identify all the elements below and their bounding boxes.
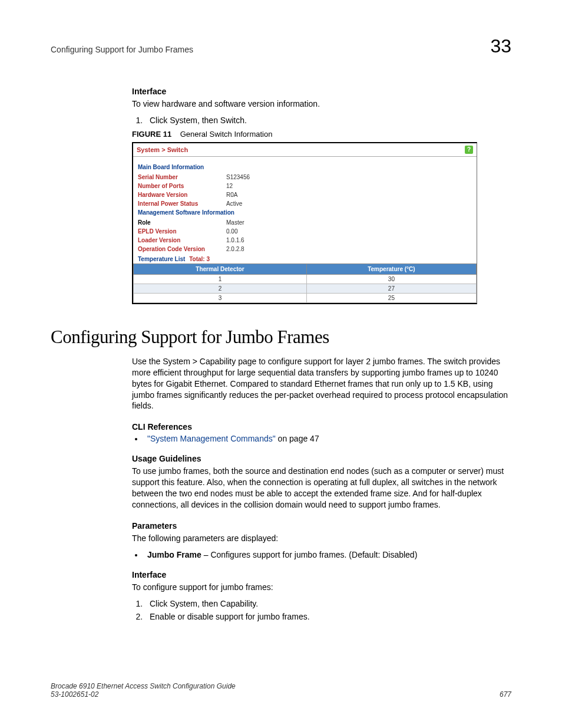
temperature-table: Thermal Detector Temperature (°C) 1 30 2…	[133, 263, 477, 303]
figure-caption: General Switch Information	[180, 130, 273, 139]
interface-text-2: To configure support for jumbo frames:	[132, 582, 511, 593]
temp-list-label: Temperature List	[138, 256, 185, 262]
table-row: 1 30	[134, 274, 477, 284]
value-role: Master	[226, 219, 244, 226]
cell-temp-3: 25	[306, 293, 476, 302]
usage-text: To use jumbo frames, both the source and…	[132, 466, 511, 510]
figure-label: FIGURE 11 General Switch Information	[132, 130, 511, 139]
footer: Brocade 6910 Ethernet Access Switch Conf…	[51, 682, 511, 699]
label-serial-number: Serial Number	[138, 174, 226, 180]
row-num-ports: Number of Ports 12	[138, 183, 472, 189]
temp-list-line: Temperature List Total: 3	[138, 256, 472, 262]
help-icon[interactable]: ?	[465, 146, 473, 154]
cli-list: "System Management Commands" on page 47	[132, 434, 511, 443]
row-epld: EPLD Version 0.00	[138, 228, 472, 235]
section-heading-jumbo: Configuring Support for Jumbo Frames	[51, 327, 511, 348]
label-loader: Loader Version	[138, 237, 226, 243]
label-role: Role	[138, 219, 226, 226]
cell-detector-1: 1	[134, 274, 307, 284]
cell-temp-2: 27	[306, 284, 476, 293]
cli-item: "System Management Commands" on page 47	[144, 434, 511, 443]
row-role: Role Master	[138, 219, 472, 226]
step-list-2: Click System, then Capability. Enable or…	[132, 599, 511, 621]
footer-doc-number: 53-1002651-02	[51, 690, 236, 699]
param-name: Jumbo Frame	[147, 550, 201, 559]
cell-temp-1: 30	[306, 274, 476, 284]
th-temperature: Temperature (°C)	[306, 263, 476, 274]
cli-link-suffix: on page 47	[276, 434, 319, 443]
figure-general-switch-info: System > Switch ? Main Board Information…	[132, 142, 477, 304]
figure-number: FIGURE 11	[132, 130, 171, 139]
params-heading: Parameters	[132, 521, 511, 531]
cell-detector-2: 2	[134, 284, 307, 293]
value-epld: 0.00	[226, 228, 237, 235]
table-row: 3 25	[134, 293, 477, 302]
temp-total: Total: 3	[189, 256, 210, 262]
footer-left: Brocade 6910 Ethernet Access Switch Conf…	[51, 682, 236, 699]
th-thermal-detector: Thermal Detector	[134, 263, 307, 274]
value-num-ports: 12	[226, 183, 233, 189]
step-2-2: Enable or disable support for jumbo fram…	[145, 612, 511, 621]
usage-heading: Usage Guidelines	[132, 454, 511, 463]
running-header: Configuring Support for Jumbo Frames 33	[51, 35, 511, 57]
row-hw-version: Hardware Version R0A	[138, 192, 472, 198]
mgmt-title: Management Software Information	[138, 209, 472, 216]
running-title: Configuring Support for Jumbo Frames	[51, 45, 193, 54]
row-power-status: Internal Power Status Active	[138, 200, 472, 207]
footer-page-number: 677	[500, 690, 511, 699]
table-row: 2 27	[134, 284, 477, 293]
figure-title-bar: System > Switch ?	[133, 143, 477, 157]
label-num-ports: Number of Ports	[138, 183, 226, 189]
param-item: Jumbo Frame – Configures support for jum…	[144, 550, 511, 559]
interface-text: To view hardware and software version in…	[132, 98, 511, 110]
value-hw-version: R0A	[226, 192, 237, 198]
row-loader: Loader Version 1.0.1.6	[138, 237, 472, 243]
footer-guide-title: Brocade 6910 Ethernet Access Switch Conf…	[51, 682, 236, 690]
cli-heading: CLI References	[132, 422, 511, 431]
step-2-1: Click System, then Capability.	[145, 599, 511, 608]
value-power-status: Active	[226, 200, 242, 207]
step-list-1: Click System, then Switch.	[132, 116, 511, 125]
value-serial-number: S123456	[226, 174, 250, 180]
main-board-title: Main Board Information	[138, 164, 472, 170]
label-power-status: Internal Power Status	[138, 200, 226, 207]
label-epld: EPLD Version	[138, 228, 226, 235]
value-loader: 1.0.1.6	[226, 237, 244, 243]
step-1: Click System, then Switch.	[145, 116, 511, 125]
row-opcode: Operation Code Version 2.0.2.8	[138, 246, 472, 252]
label-opcode: Operation Code Version	[138, 246, 226, 252]
jumbo-intro: Use the System > Capability page to conf…	[132, 356, 511, 411]
param-desc: – Configures support for jumbo frames. (…	[201, 550, 418, 559]
interface-heading: Interface	[132, 87, 511, 96]
row-serial-number: Serial Number S123456	[138, 174, 472, 180]
params-list: Jumbo Frame – Configures support for jum…	[132, 550, 511, 559]
chapter-number: 33	[490, 35, 511, 57]
cli-link[interactable]: "System Management Commands"	[147, 434, 276, 443]
interface-heading-2: Interface	[132, 570, 511, 579]
params-intro: The following parameters are displayed:	[132, 533, 511, 544]
cell-detector-3: 3	[134, 293, 307, 302]
figure-breadcrumb: System > Switch	[137, 146, 188, 153]
label-hw-version: Hardware Version	[138, 192, 226, 198]
value-opcode: 2.0.2.8	[226, 246, 244, 252]
